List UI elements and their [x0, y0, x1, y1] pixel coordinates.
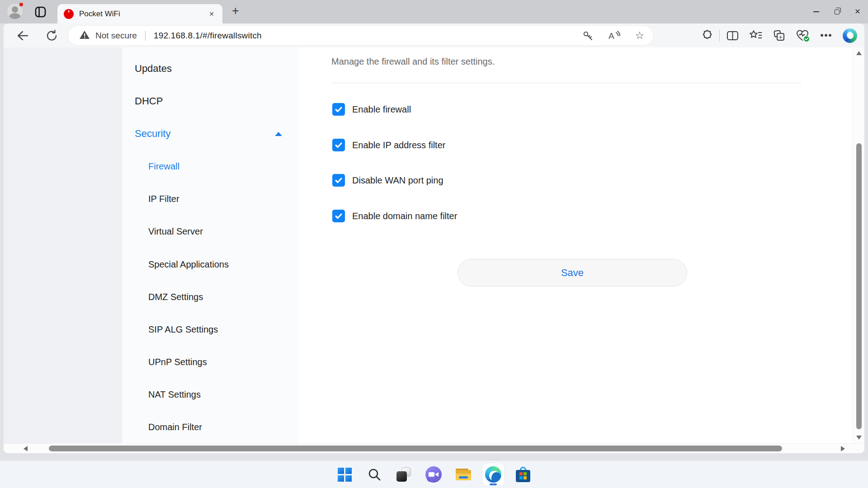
collections-icon: +: [774, 30, 785, 42]
microsoft-store-icon: [516, 467, 530, 482]
browser-essentials-button[interactable]: [791, 29, 815, 42]
checkbox-enable-domain-name-filter[interactable]: [332, 210, 345, 222]
edge-icon: [485, 466, 501, 483]
checkbox-enable-ip-address-filter[interactable]: [332, 139, 345, 151]
scroll-up-arrow[interactable]: [856, 51, 862, 55]
sidebar-item-security[interactable]: Security: [135, 125, 170, 143]
refresh-button[interactable]: [45, 29, 59, 42]
windows-start-icon: [338, 468, 352, 482]
security-status-label[interactable]: Not secure: [95, 31, 137, 41]
close-icon: ✕: [854, 8, 860, 15]
vodafone-favicon-icon: ’: [64, 9, 74, 19]
toolbar-divider: [719, 30, 720, 42]
scroll-right-arrow[interactable]: [841, 446, 845, 451]
minimize-icon: [813, 11, 819, 12]
checkbox-label: Enable domain name filter: [352, 211, 457, 221]
minimize-button[interactable]: [806, 0, 826, 23]
avatar-torso: [9, 13, 21, 19]
new-tab-button[interactable]: +: [229, 5, 242, 18]
sidebar-item-ip-filter[interactable]: IP Filter: [148, 190, 179, 208]
tab-close-icon[interactable]: ✕: [207, 9, 216, 19]
password-key-icon[interactable]: [582, 30, 594, 42]
extensions-button[interactable]: [695, 29, 718, 42]
favorite-star-icon[interactable]: ☆: [635, 30, 644, 41]
scroll-down-arrow[interactable]: [856, 436, 862, 440]
checkbox-row-ip-address-filter: Enable IP address filter: [332, 139, 445, 151]
sidebar-item-special-applications[interactable]: Special Applications: [148, 255, 229, 273]
vertical-scrollbar[interactable]: [853, 47, 864, 443]
ellipsis-icon: •••: [820, 30, 832, 41]
back-button[interactable]: [15, 29, 29, 42]
horizontal-scrollbar[interactable]: [4, 443, 864, 453]
active-app-indicator: [490, 483, 497, 485]
save-button[interactable]: Save: [458, 259, 687, 286]
not-secure-warning-icon[interactable]: [79, 30, 90, 42]
sidebar-item-domain-filter[interactable]: Domain Filter: [148, 418, 202, 436]
checkbox-enable-firewall[interactable]: [332, 103, 345, 116]
collapse-arrow-icon[interactable]: [275, 132, 282, 136]
svg-text:A: A: [609, 31, 614, 41]
page-description: Manage the firewall and its filter setti…: [331, 56, 495, 67]
windows-taskbar: ENG UK 10:00 04/09/2024: [0, 460, 868, 488]
chat-icon: [425, 466, 442, 483]
avatar-head: [12, 6, 18, 13]
profile-notification-dot: [19, 2, 24, 7]
checkbox-row-wan-port-ping: Disable WAN port ping: [332, 174, 443, 187]
file-explorer-icon: [455, 467, 472, 482]
checkbox-label: Disable WAN port ping: [352, 175, 443, 186]
restore-icon: [835, 9, 840, 14]
address-url[interactable]: 192.168.8.1/#/firewallswitch: [154, 31, 262, 41]
checkbox-row-domain-name-filter: Enable domain name filter: [332, 210, 457, 222]
tab-title: Pocket WiFi: [79, 9, 207, 19]
vertical-scroll-thumb[interactable]: [856, 143, 862, 429]
task-view-icon: [396, 467, 411, 482]
checkbox-label: Enable firewall: [352, 104, 411, 115]
checkbox-row-enable-firewall: Enable firewall: [332, 103, 411, 116]
sidebar-item-dmz-settings[interactable]: DMZ Settings: [148, 288, 203, 306]
toolbar-icons: + •••: [695, 23, 862, 47]
read-aloud-icon[interactable]: A: [608, 30, 621, 42]
settings-menu-button[interactable]: •••: [815, 30, 838, 41]
close-button[interactable]: ✕: [847, 0, 868, 23]
address-divider: [145, 31, 146, 41]
checkbox-disable-wan-port-ping[interactable]: [332, 174, 345, 187]
tab-workspaces-icon[interactable]: [34, 6, 47, 18]
restore-button[interactable]: [826, 0, 847, 23]
microsoft-store-button[interactable]: [512, 463, 534, 486]
sidebar-item-virtual-server[interactable]: Virtual Server: [148, 222, 203, 240]
sidebar-item-upnp-settings[interactable]: UPnP Settings: [148, 353, 207, 371]
edge-button[interactable]: [482, 463, 504, 486]
sidebar-item-firewall[interactable]: Firewall: [148, 157, 179, 175]
address-bar[interactable]: Not secure 192.168.8.1/#/firewallswitch …: [68, 26, 653, 45]
favorites-button[interactable]: [744, 30, 768, 42]
collections-button[interactable]: +: [768, 30, 791, 42]
browser-tab[interactable]: ’ Pocket WiFi ✕: [57, 4, 222, 23]
sidebar-item-dhcp[interactable]: DHCP: [135, 92, 163, 110]
scroll-left-arrow[interactable]: [24, 446, 28, 451]
checkbox-label: Enable IP address filter: [352, 140, 445, 150]
horizontal-scroll-thumb[interactable]: [49, 446, 782, 451]
browser-toolbar: Not secure 192.168.8.1/#/firewallswitch …: [4, 23, 864, 47]
page-viewport: Updates DHCP Security Firewall IP Filter…: [4, 47, 864, 453]
chat-button[interactable]: [423, 463, 444, 486]
sidebar-item-updates[interactable]: Updates: [135, 60, 172, 78]
start-button[interactable]: [334, 463, 355, 486]
copilot-button[interactable]: [838, 28, 862, 43]
sidebar-item-nat-settings[interactable]: NAT Settings: [148, 385, 201, 404]
sidebar-item-sip-alg-settings[interactable]: SIP ALG Settings: [148, 320, 218, 338]
task-view-button[interactable]: [393, 463, 415, 486]
search-button[interactable]: [363, 463, 385, 486]
copilot-icon: [843, 28, 857, 43]
content-divider: [331, 83, 802, 83]
search-icon: [368, 468, 381, 481]
browser-tab-strip: ’ Pocket WiFi ✕ + ✕: [0, 0, 868, 23]
screen: ’ Pocket WiFi ✕ + ✕ Not secure 192.168.8…: [0, 0, 868, 488]
split-screen-button[interactable]: [721, 30, 744, 41]
window-controls: ✕: [806, 0, 868, 23]
file-explorer-button[interactable]: [453, 463, 474, 486]
